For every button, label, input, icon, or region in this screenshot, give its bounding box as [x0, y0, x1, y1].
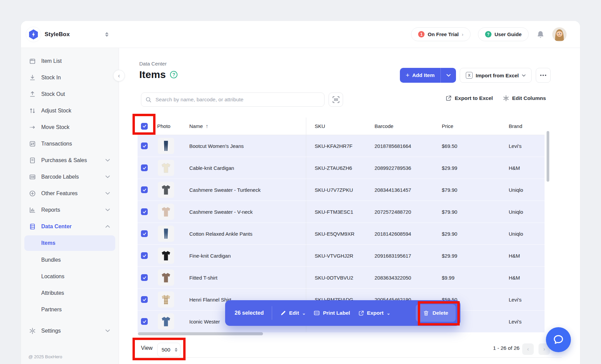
per-page-stepper[interactable]: 500: [157, 343, 181, 357]
item-name: Cable-knit Cardigan: [189, 165, 306, 171]
table-row-cashmere-sweater-v-neck[interactable]: Cashmere Sweater - V-neckSKU-FTM3ESC1207…: [138, 201, 545, 223]
table-row-cable-knit-cardigan[interactable]: Cable-knit CardiganSKU-ZTAU6ZH6208992278…: [138, 157, 545, 179]
print-label-button[interactable]: Print Label: [314, 310, 350, 316]
row-checkbox[interactable]: [141, 252, 148, 259]
item-price: $79.90: [442, 187, 509, 193]
sidebar-item-barcode-labels[interactable]: Barcode Labels: [21, 168, 119, 185]
select-all-checkbox[interactable]: [141, 123, 148, 130]
sidebar-item-purchases-sales[interactable]: Purchases & Sales: [21, 152, 119, 168]
sidebar-subitem-locations[interactable]: Locations: [21, 268, 119, 285]
vertical-scrollbar[interactable]: [547, 131, 549, 182]
free-trial-label: On Free Trial: [428, 31, 459, 37]
sidebar-item-settings[interactable]: Settings: [21, 322, 119, 339]
main-content: ‹ Data Center Items ? +Add Item X Import…: [119, 48, 580, 364]
chat-icon: [552, 334, 564, 346]
search-input[interactable]: [155, 96, 320, 103]
user-avatar[interactable]: [552, 27, 567, 42]
item-price: $29.90: [442, 231, 509, 237]
sidebar-item-reports[interactable]: Reports: [21, 202, 119, 218]
item-name: Cashmere Sweater - Turtleneck: [189, 187, 306, 193]
sidebar-item-item-list[interactable]: Item List: [21, 53, 119, 69]
free-trial-button[interactable]: 1 On Free Trial ›: [411, 27, 471, 41]
help-badge-icon: ?: [485, 31, 491, 37]
sidebar-item-transactions[interactable]: Transactions: [21, 135, 119, 152]
label-icon: [314, 310, 320, 316]
export-to-excel-button[interactable]: Export to Excel: [446, 95, 493, 101]
sidebar-subitem-items[interactable]: Items: [24, 235, 115, 251]
column-header-barcode[interactable]: Barcode: [375, 123, 442, 129]
horizontal-scrollbar[interactable]: [138, 332, 263, 335]
barcode-scan-icon: [333, 96, 339, 103]
row-checkbox[interactable]: [141, 296, 148, 303]
view-label: View: [141, 345, 152, 351]
row-checkbox[interactable]: [141, 274, 148, 281]
table-row-fine-knit-cardigan[interactable]: Fine-knit CardiganSKU-VTVGHJ2R2091683195…: [138, 245, 545, 267]
sidebar-item-move-stock[interactable]: Move Stock: [21, 119, 119, 135]
chevron-down-icon: [105, 329, 110, 332]
row-checkbox[interactable]: [141, 208, 148, 215]
bulk-export-button[interactable]: Export ⌄: [358, 310, 390, 316]
sidebar-item-stock-in[interactable]: Stock In: [21, 69, 119, 86]
gear-icon: [29, 328, 36, 334]
sidebar-item-label: Adjust Stock: [41, 108, 113, 114]
chevron-down-icon: [105, 175, 110, 178]
search-box: [141, 93, 324, 107]
row-checkbox[interactable]: [141, 318, 148, 325]
chevron-down-icon: ⌄: [387, 311, 390, 316]
breadcrumb: Data Center: [139, 61, 167, 67]
bulk-edit-button[interactable]: Edit ⌄: [280, 310, 306, 316]
selection-toolbar: 26 selected Edit ⌄ Print Label: [225, 300, 460, 326]
table-row-bootcut-women-s-jeans[interactable]: Bootcut Women's JeansSKU-KFA2HR7F2018785…: [138, 135, 545, 157]
add-item-button[interactable]: +Add Item: [400, 68, 456, 83]
check-icon: [142, 124, 147, 128]
delete-button[interactable]: Delete: [416, 304, 456, 322]
adjust-stock-icon: [29, 107, 36, 114]
sidebar-item-label: Move Stock: [41, 124, 113, 130]
user-guide-button[interactable]: ? User Guide: [478, 27, 529, 41]
stock-out-icon: [29, 91, 36, 98]
item-sku: SKU-U7V7ZPKU: [306, 179, 375, 201]
import-from-excel-button[interactable]: X Import from Excel: [460, 68, 532, 83]
column-header-price[interactable]: Price: [442, 123, 509, 129]
workspace-switcher-icon[interactable]: [105, 32, 109, 37]
previous-page-button[interactable]: ‹: [522, 343, 534, 355]
item-brand: Uniqlo: [509, 209, 545, 215]
sidebar-item-adjust-stock[interactable]: Adjust Stock: [21, 102, 119, 119]
row-checkbox[interactable]: [141, 186, 148, 193]
notifications-bell-icon[interactable]: [536, 30, 545, 39]
row-checkbox[interactable]: [141, 164, 148, 171]
sidebar-collapse-button[interactable]: ‹: [113, 70, 125, 81]
page-help-icon[interactable]: ?: [170, 71, 177, 78]
column-header-photo[interactable]: Photo: [154, 123, 189, 129]
sidebar-subitem-bundles[interactable]: Bundles: [21, 252, 119, 268]
table-row-fitted-t-shirt[interactable]: Fitted T-shirtSKU-0OTVBVU22083634322050$…: [138, 267, 545, 289]
item-name: Bootcut Women's Jeans: [189, 143, 306, 149]
sidebar-item-data-center[interactable]: Data Center: [21, 218, 119, 235]
edit-columns-button[interactable]: Edit Columns: [503, 95, 546, 101]
chat-widget-button[interactable]: [546, 327, 571, 352]
row-checkbox[interactable]: [141, 230, 148, 237]
barcode-icon: [29, 174, 36, 180]
barcode-scan-button[interactable]: [329, 93, 343, 107]
column-header-brand[interactable]: Brand: [509, 123, 545, 129]
item-photo: [158, 226, 174, 242]
column-header-sku[interactable]: SKU: [306, 118, 375, 135]
footer-divider: [132, 357, 562, 358]
add-item-dropdown-button[interactable]: [440, 68, 456, 83]
more-actions-button[interactable]: [536, 68, 551, 83]
row-checkbox[interactable]: [141, 142, 148, 149]
hexagon-bolt-icon: [28, 29, 39, 40]
sidebar-subitem-attributes[interactable]: Attributes: [21, 285, 119, 301]
sidebar-item-stock-out[interactable]: Stock Out: [21, 86, 119, 102]
package-icon: [29, 58, 36, 64]
sidebar-subitem-partners[interactable]: Partners: [21, 301, 119, 318]
table-row-cashmere-sweater-turtleneck[interactable]: Cashmere Sweater - TurtleneckSKU-U7V7ZPK…: [138, 179, 545, 201]
item-barcode: 2083634322050: [375, 275, 442, 281]
column-header-name[interactable]: Name ↑: [189, 123, 306, 129]
sidebar-item-other-features[interactable]: Other Features: [21, 185, 119, 202]
pagination-range: 1 - 26 of 26: [471, 345, 520, 351]
stepper-arrows-icon[interactable]: [175, 348, 177, 352]
item-brand: H&M: [509, 275, 545, 281]
workspace-name[interactable]: StyleBox: [45, 31, 70, 38]
table-row-cotton-relaxed-ankle-pants[interactable]: Cotton Relaxed Ankle PantsSKU-E5QVM9XR20…: [138, 223, 545, 245]
